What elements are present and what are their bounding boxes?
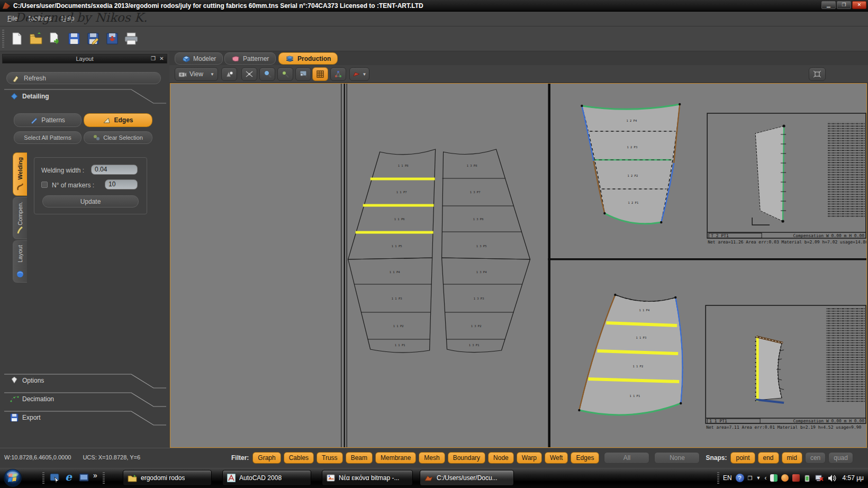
tab-modeler[interactable]: Modeler [175,52,223,65]
updater-tray-icon[interactable] [781,474,789,482]
snap-point[interactable]: point [730,452,755,464]
screen-layout-button[interactable] [295,67,311,81]
options-section-header[interactable]: Options [22,377,44,384]
welding-width-input[interactable]: 0.04 [91,165,138,175]
save-as-button[interactable] [84,29,103,48]
panel-title-bar[interactable]: Layout ❐ ✕ [2,54,167,64]
application-window: C:/Users/user/Documents/sxedia 2013/ergo… [0,0,868,488]
update-button[interactable]: Update [42,195,139,207]
app-tray-icon[interactable] [792,474,800,482]
menu-file[interactable]: File [7,15,17,22]
tab-welding[interactable]: Welding [13,152,27,196]
compensation-icon [16,226,24,234]
grid-icon [316,70,324,78]
menu-toolbars[interactable]: Toolbars [28,15,51,22]
panel-title: Layout [76,56,93,62]
filter-node[interactable]: Node [488,452,514,464]
export-file-button[interactable] [46,29,65,48]
svg-text:1 1 P4: 1 1 P4 [390,270,401,274]
filter-membrane[interactable]: Membrane [375,452,416,464]
quicklaunch-overflow[interactable]: » [93,471,97,480]
new-document-button[interactable] [7,29,26,48]
restore-tray-icon[interactable]: ❐ [748,475,753,481]
tab-layout[interactable]: Layout [13,240,27,283]
taskbar-item-paint[interactable]: Νέα εικόνα bitmap -... [322,470,413,486]
filter-graph[interactable]: Graph [252,452,281,464]
filter-edges[interactable]: Edges [571,452,599,464]
filter-label: Filter: [231,454,249,462]
filter-boundary[interactable]: Boundary [448,452,485,464]
tray-handle[interactable] [717,472,719,484]
filter-all-button[interactable]: All [604,452,649,464]
svg-text:1 1 P2: 1 1 P2 [632,365,643,368]
filter-weft[interactable]: Weft [545,452,568,464]
clear-selection-button[interactable]: Clear Selection [84,131,152,144]
tab-patterner[interactable]: Patterner [224,52,276,65]
refresh-button[interactable]: Refresh [6,72,161,84]
production-viewport[interactable]: 1 1 P8 1 1 P7 1 1 P6 1 1 P5 1 1 P4 1 1 P… [170,83,867,448]
filter-none-button[interactable]: None [654,452,700,464]
zoom-button[interactable] [259,67,275,81]
float-panel-icon[interactable]: ❐ [149,55,157,62]
snap-mid[interactable]: mid [782,452,802,464]
filter-warp[interactable]: Warp [517,452,542,464]
fit-view-button[interactable] [809,67,826,81]
zoom-selection-button[interactable] [277,67,293,81]
save-button[interactable] [65,29,84,48]
tab-production[interactable]: Production [278,52,338,65]
markers-count-input[interactable]: 10 [105,179,138,189]
snap-quad[interactable]: quad [828,452,853,464]
tab-compensation[interactable]: Compen. [13,197,27,239]
view-toolbar: View ▼ ▼ [169,65,868,83]
chevron-left-icon[interactable]: ‹ [764,474,766,482]
chevron-down-icon[interactable]: ▼ [756,475,761,481]
import-button[interactable] [103,29,122,48]
taskband-handle[interactable] [103,472,105,484]
select-all-patterns-button[interactable]: Select All Patterns [14,131,82,144]
volume-tray-icon[interactable] [828,474,836,482]
export-section-header[interactable]: Export [22,414,41,421]
edges-label: Edges [114,116,133,124]
print-icon [124,32,139,46]
power-tray-icon[interactable] [803,474,811,482]
open-file-button[interactable] [26,29,46,48]
filter-mesh[interactable]: Mesh [419,452,445,464]
antivirus-tray-icon[interactable] [770,474,777,482]
filter-cables[interactable]: Cables [284,452,314,464]
taskbar-item-ergodomi[interactable]: ergodomi rodos [123,470,212,486]
marker-tool-dropdown[interactable]: ▼ [349,67,369,81]
filter-truss[interactable]: Truss [317,452,343,464]
start-button[interactable] [3,468,22,487]
decimation-section-header[interactable]: Decimation [22,395,54,403]
internet-explorer-icon[interactable]: e [65,471,72,483]
taskbar-item-autocad[interactable]: AutoCAD 2008 [222,470,311,486]
clock[interactable]: 4:57 μμ [842,474,864,482]
detailing-section-header[interactable]: Detailing [22,93,49,100]
mesh-points-button[interactable] [330,67,346,81]
filter-beam[interactable]: Beam [346,452,373,464]
close-panel-icon[interactable]: ✕ [158,55,166,62]
close-button[interactable]: ✕ [852,1,866,9]
minimize-button[interactable]: ▁ [821,1,836,9]
network-tray-icon[interactable] [815,474,824,482]
move-view-button[interactable] [241,67,257,81]
markers-checkbox[interactable] [41,182,48,188]
taskbar-item-active-document[interactable]: C:/Users/user/Docu... [420,470,514,486]
display-mode-button[interactable] [221,67,237,81]
canvas-drawing[interactable]: 1 1 P8 1 1 P7 1 1 P6 1 1 P5 1 1 P4 1 1 P… [170,84,866,447]
menu-help[interactable]: Help [61,15,75,22]
snap-cen[interactable]: cen [805,452,826,464]
help-tray-icon[interactable]: ? [736,474,744,482]
view-dropdown[interactable]: View ▼ [175,67,218,81]
show-desktop-icon[interactable] [49,472,61,484]
snap-end[interactable]: end [758,452,779,464]
edges-button[interactable]: Edges [84,113,152,127]
print-button[interactable] [122,29,141,48]
toolbar-handle[interactable] [2,30,4,48]
restore-button[interactable]: ❐ [837,1,851,9]
quicklaunch-handle[interactable] [42,472,44,484]
language-indicator[interactable]: EN [723,474,732,482]
grid-toggle-button[interactable] [312,67,328,81]
window-app-icon[interactable] [78,472,90,484]
patterns-button[interactable]: Patterns [14,113,82,127]
